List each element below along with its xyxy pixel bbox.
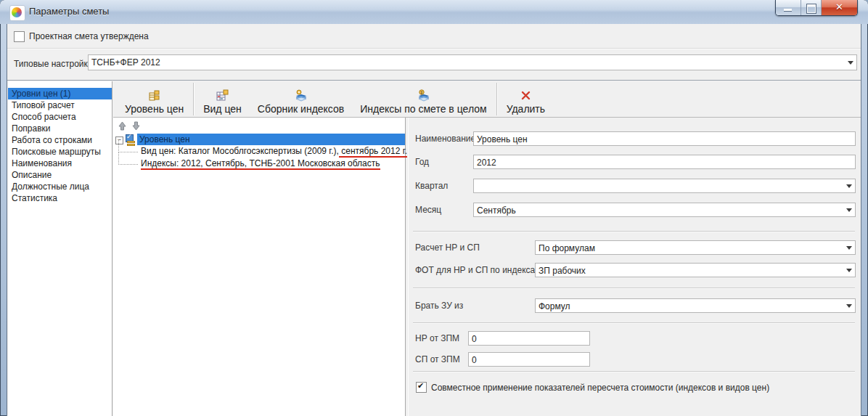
field-sp-zpm-row: СП от ЗПМ 0 <box>409 352 861 367</box>
field-month-row: Месяц Сентябрь <box>409 203 861 217</box>
dialog-content: Проектная смета утверждена Типовые настр… <box>7 24 861 416</box>
index-collection-button-label: Сборник индексов <box>258 103 344 115</box>
index-collection-icon <box>295 89 307 102</box>
template-settings-label: Типовые настройки: <box>14 59 95 69</box>
field-nr-zpm-label: НР от ЗПМ <box>415 333 459 343</box>
field-month-label: Месяц <box>415 205 441 215</box>
separator <box>413 322 855 324</box>
close-button[interactable]: ✕ <box>822 0 857 15</box>
toolbar-separator <box>193 83 194 115</box>
index-collection-button[interactable]: Сборник индексов <box>250 81 352 117</box>
fot-combobox[interactable]: ЗП рабочих <box>535 263 856 277</box>
tree-root-row: − Уровень цен <box>113 134 405 146</box>
joint-usage-label: Совместное применение показателей пересч… <box>431 383 769 393</box>
sidebar-item-search-routes[interactable]: Поисковые маршруты <box>8 146 112 158</box>
field-fot-label: ФОТ для НР и СП по индексам <box>415 265 541 275</box>
sidebar-item-calc-method[interactable]: Способ расчета <box>8 111 112 123</box>
sidebar-item-description[interactable]: Описание <box>8 169 112 181</box>
sidebar-item-officials[interactable]: Должностные лица <box>8 181 112 192</box>
delete-icon <box>520 89 532 102</box>
minimize-button[interactable] <box>776 0 801 15</box>
field-quarter-row: Квартал <box>409 179 861 193</box>
sidebar-item-row-work[interactable]: Работа со строками <box>8 134 112 146</box>
sidebar-item-corrections[interactable]: Поправки <box>8 123 112 134</box>
field-name-row: Наименование Уровень цен <box>409 131 861 146</box>
name-input[interactable]: Уровень цен <box>473 131 856 146</box>
sidebar-item-names[interactable]: Наименования <box>8 158 112 169</box>
chevron-down-icon[interactable] <box>846 269 852 272</box>
template-settings-combobox[interactable]: ТСНБ+ФЕР 2012 <box>88 54 857 70</box>
chevron-down-icon[interactable] <box>846 208 852 212</box>
template-settings-row: Типовые настройки: ТСНБ+ФЕР 2012 <box>7 49 861 81</box>
tree-item-text-underlined: сентябрь 2012 г. <box>339 146 407 158</box>
field-sp-zpm-label: СП от ЗПМ <box>415 354 460 364</box>
tree-root-label[interactable]: Уровень цен <box>137 134 405 145</box>
field-nr-zpm-row: НР от ЗПМ 0 <box>409 331 861 346</box>
nr-sp-calc-combobox[interactable]: По формулам <box>535 240 856 255</box>
separator <box>413 371 855 372</box>
zu-source-combobox[interactable]: Формул <box>535 298 856 313</box>
dialog-window: Параметры сметы ✕ Проектная смета утверж… <box>0 0 868 416</box>
tree-item-text-underlined: Индексы: 2012, Сентябрь, ТСНБ-2001 Моско… <box>141 158 380 170</box>
month-combobox[interactable]: Сентябрь <box>473 203 856 217</box>
price-level-icon <box>148 89 160 102</box>
collapse-expander-icon[interactable]: − <box>115 136 123 144</box>
joint-usage-checkbox[interactable] <box>416 382 427 393</box>
tree-children: Вид цен: Каталог Мособлгосэкспертизы (20… <box>113 146 404 171</box>
maximize-button[interactable] <box>801 0 822 15</box>
approved-checkbox[interactable] <box>14 31 25 42</box>
chevron-down-icon[interactable] <box>846 184 852 188</box>
price-type-button[interactable]: Вид цен <box>195 81 250 117</box>
category-list: Уровни цен (1) Типовой расчет Способ рас… <box>8 81 112 416</box>
field-zu-row: Брать ЗУ из Формул <box>409 298 861 313</box>
move-up-icon[interactable] <box>117 121 128 131</box>
price-level-node-icon <box>126 134 136 144</box>
fot-value: ЗП рабочих <box>539 266 586 276</box>
close-icon: ✕ <box>822 1 857 12</box>
minimize-icon <box>784 9 792 11</box>
price-type-button-label: Вид цен <box>203 103 242 115</box>
month-value: Сентябрь <box>477 205 516 216</box>
app-icon <box>9 5 25 21</box>
field-fot-row: ФОТ для НР и СП по индексам ЗП рабочих <box>409 263 861 277</box>
delete-button-label: Удалить <box>507 103 545 115</box>
properties-form: Наименование Уровень цен Год 2012 Кварта… <box>408 118 861 416</box>
field-nr-sp-label: Расчет НР и СП <box>415 242 480 253</box>
chevron-down-icon[interactable] <box>846 246 852 250</box>
toolbar: Уровень цен Вид цен Сборник индексов <box>113 81 861 118</box>
tree-item-indexes[interactable]: Индексы: 2012, Сентябрь, ТСНБ-2001 Моско… <box>113 158 404 171</box>
tree-reorder-controls <box>117 121 142 131</box>
delete-button[interactable]: Удалить <box>499 81 553 117</box>
maximize-icon <box>807 4 816 13</box>
sidebar-item-price-levels[interactable]: Уровни цен (1) <box>8 88 112 99</box>
chevron-down-icon[interactable] <box>848 61 853 65</box>
sidebar-item-statistics[interactable]: Статистика <box>8 192 112 204</box>
year-input[interactable]: 2012 <box>473 155 856 169</box>
tree-item-text: Вид цен: Каталог Мособлгосэкспертизы (20… <box>141 146 339 156</box>
nr-zpm-input[interactable]: 0 <box>468 331 590 346</box>
field-nr-sp-row: Расчет НР и СП По формулам <box>409 240 861 255</box>
template-settings-value: ТСНБ+ФЕР 2012 <box>91 57 160 68</box>
price-level-tree-panel: − Уровень цен Вид цен: Каталог Мособлгос… <box>113 118 406 416</box>
window-title: Параметры сметы <box>29 6 109 17</box>
price-type-icon <box>216 89 229 102</box>
field-name-label: Наименование <box>415 134 475 144</box>
field-year-label: Год <box>415 157 429 167</box>
separator <box>413 287 855 289</box>
price-level-button[interactable]: Уровень цен <box>117 81 192 117</box>
estimate-total-indexes-button-label: Индексы по смете в целом <box>360 103 486 115</box>
estimate-total-indexes-button[interactable]: Σ Индексы по смете в целом <box>352 81 494 117</box>
title-bar[interactable]: Параметры сметы ✕ <box>0 0 868 24</box>
estimate-total-indexes-icon: Σ <box>417 89 430 102</box>
chevron-down-icon[interactable] <box>846 304 852 308</box>
separator <box>413 231 855 232</box>
quarter-combobox[interactable] <box>473 179 856 193</box>
sidebar-item-typical-calc[interactable]: Типовой расчет <box>8 99 112 111</box>
main-area: Уровни цен (1) Типовой расчет Способ рас… <box>7 80 861 416</box>
field-zu-label: Брать ЗУ из <box>415 301 463 311</box>
nr-sp-calc-value: По формулам <box>539 243 595 253</box>
tree-item-price-type[interactable]: Вид цен: Каталог Мособлгосэкспертизы (20… <box>113 146 404 158</box>
move-down-icon[interactable] <box>131 121 142 131</box>
approved-row: Проектная смета утверждена <box>7 24 861 49</box>
sp-zpm-input[interactable]: 0 <box>468 352 590 367</box>
